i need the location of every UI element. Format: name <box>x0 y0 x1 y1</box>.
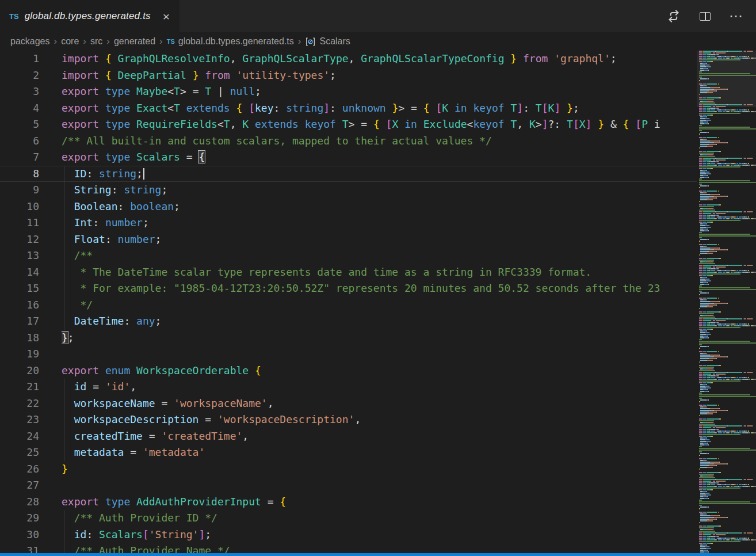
code-line[interactable]: 18}; <box>0 330 697 346</box>
line-number[interactable]: 23 <box>0 412 62 428</box>
code-line-content: /** All built-in and custom scalars, map… <box>62 133 697 150</box>
line-number[interactable]: 3 <box>0 83 62 100</box>
code-line[interactable]: 14 * The DateTime scalar type represents… <box>0 264 697 281</box>
code-line[interactable]: 1import { GraphQLResolveInfo, GraphQLSca… <box>0 51 697 67</box>
line-number[interactable]: 22 <box>0 395 62 412</box>
vscode-window: TS global.db.types.generated.ts × ⋯ pack… <box>0 0 756 556</box>
breadcrumb-item-scalars[interactable]: Scalars <box>305 36 350 47</box>
code-line[interactable]: 3export type Maybe<T> = T | null; <box>0 83 697 100</box>
line-number[interactable]: 19 <box>0 346 62 363</box>
code-line-content: * The DateTime scalar type represents da… <box>62 264 697 281</box>
code-line[interactable]: 11 Int: number; <box>0 215 697 231</box>
code-line[interactable]: 5export type RequireFields<T, K extends … <box>0 116 697 133</box>
line-number[interactable]: 12 <box>0 231 62 248</box>
code-line[interactable]: 19 <box>0 346 697 363</box>
code-line[interactable]: 28export type AddAuthProviderInput = { <box>0 494 697 511</box>
breadcrumb: packages › core › src › generated › TS g… <box>0 32 756 51</box>
code-line[interactable]: 24 createdTime = 'createdTime', <box>0 428 697 445</box>
line-number[interactable]: 16 <box>0 297 62 314</box>
more-actions-icon[interactable]: ⋯ <box>727 7 744 25</box>
code-line[interactable]: 17 DateTime: any; <box>0 313 697 330</box>
code-line[interactable]: 20export enum WorkspaceOrderable { <box>0 363 697 379</box>
code-line[interactable]: 29 /** Auth Provider ID */ <box>0 510 697 527</box>
breadcrumb-item-file[interactable]: TS global.db.types.generated.ts <box>167 36 294 47</box>
code-line-content: metadata = 'metadata' <box>62 444 697 461</box>
open-changes-icon[interactable] <box>665 7 682 25</box>
code-line[interactable]: 12 Float: number; <box>0 231 697 248</box>
code-line-content: export type Maybe<T> = T | null; <box>62 83 697 100</box>
line-number[interactable]: 5 <box>0 116 62 133</box>
minimap-content <box>697 51 756 553</box>
code-line-content: export enum WorkspaceOrderable { <box>62 363 697 379</box>
code-line[interactable]: 7export type Scalars = { <box>0 149 697 166</box>
code-line[interactable]: 6/** All built-in and custom scalars, ma… <box>0 133 697 150</box>
breadcrumb-separator: › <box>79 36 90 47</box>
line-number[interactable]: 27 <box>0 477 62 494</box>
line-number[interactable]: 30 <box>0 527 62 543</box>
breadcrumb-item-core[interactable]: core <box>61 36 79 47</box>
breadcrumb-label: generated <box>114 36 155 47</box>
line-number[interactable]: 4 <box>0 100 62 117</box>
line-number[interactable]: 11 <box>0 215 62 231</box>
line-number[interactable]: 25 <box>0 444 62 461</box>
code-line-content: import { GraphQLResolveInfo, GraphQLScal… <box>62 51 697 67</box>
code-line[interactable]: 15 * For example: "1985-04-12T23:20:50.5… <box>0 280 697 297</box>
breadcrumb-item-packages[interactable]: packages <box>10 36 50 47</box>
split-editor-icon[interactable] <box>696 7 713 25</box>
code-line[interactable]: 4export type Exact<T extends { [key: str… <box>0 100 697 117</box>
line-number[interactable]: 21 <box>0 379 62 395</box>
line-number[interactable]: 28 <box>0 494 62 511</box>
breadcrumb-item-generated[interactable]: generated <box>114 36 155 47</box>
text-cursor <box>143 168 144 180</box>
line-number[interactable]: 8 <box>0 166 62 182</box>
code-line-content: DateTime: any; <box>62 313 697 330</box>
typescript-file-icon: TS <box>167 38 175 45</box>
tab-global-db-types-generated[interactable]: TS global.db.types.generated.ts × <box>0 0 180 32</box>
line-number[interactable]: 31 <box>0 543 62 553</box>
line-number[interactable]: 13 <box>0 247 62 264</box>
line-number[interactable]: 18 <box>0 330 62 346</box>
line-number[interactable]: 14 <box>0 264 62 281</box>
close-tab-icon[interactable]: × <box>160 10 173 23</box>
code-line[interactable]: 27 <box>0 477 697 494</box>
breadcrumb-item-src[interactable]: src <box>90 36 102 47</box>
code-line[interactable]: 8 ID: string; <box>0 166 697 182</box>
code-line[interactable]: 25 metadata = 'metadata' <box>0 444 697 461</box>
code-line[interactable]: 23 workspaceDescription = 'workspaceDesc… <box>0 412 697 428</box>
code-line[interactable]: 21 id = 'id', <box>0 379 697 395</box>
line-number[interactable]: 10 <box>0 199 62 215</box>
code-line-content: id = 'id', <box>62 379 697 395</box>
code-line[interactable]: 31 /** Auth Provider Name */ <box>0 543 697 553</box>
code-line[interactable]: 16 */ <box>0 297 697 314</box>
code-line-content <box>62 346 697 363</box>
code-line-content: /** <box>62 247 697 264</box>
code-line-content: export type Scalars = { <box>62 149 697 166</box>
breadcrumb-label: src <box>90 36 102 47</box>
code-line[interactable]: 10 Boolean: boolean; <box>0 199 697 215</box>
code-area: 1import { GraphQLResolveInfo, GraphQLSca… <box>0 51 697 553</box>
line-number[interactable]: 15 <box>0 280 62 297</box>
code-line[interactable]: 13 /** <box>0 247 697 264</box>
line-number[interactable]: 20 <box>0 363 62 379</box>
minimap[interactable] <box>697 51 756 553</box>
line-number[interactable]: 17 <box>0 313 62 330</box>
code-line-content: */ <box>62 297 697 314</box>
editor[interactable]: 1import { GraphQLResolveInfo, GraphQLSca… <box>0 51 697 553</box>
code-line[interactable]: 26} <box>0 461 697 478</box>
line-number[interactable]: 9 <box>0 182 62 199</box>
line-number[interactable]: 6 <box>0 133 62 150</box>
line-number[interactable]: 24 <box>0 428 62 445</box>
code-line[interactable]: 2import { DeepPartial } from 'utility-ty… <box>0 67 697 84</box>
code-line-content: } <box>62 461 697 478</box>
code-line-content: export type Exact<T extends { [key: stri… <box>62 100 697 117</box>
line-number[interactable]: 26 <box>0 461 62 478</box>
code-line-content: * For example: "1985-04-12T23:20:50.52Z"… <box>62 280 697 297</box>
line-number[interactable]: 7 <box>0 149 62 166</box>
code-line[interactable]: 9 String: string; <box>0 182 697 199</box>
code-line[interactable]: 22 workspaceName = 'workspaceName', <box>0 395 697 412</box>
line-number[interactable]: 2 <box>0 67 62 84</box>
typescript-file-icon: TS <box>9 12 19 21</box>
line-number[interactable]: 1 <box>0 51 62 67</box>
code-line[interactable]: 30 id: Scalars['String']; <box>0 527 697 543</box>
line-number[interactable]: 29 <box>0 510 62 527</box>
